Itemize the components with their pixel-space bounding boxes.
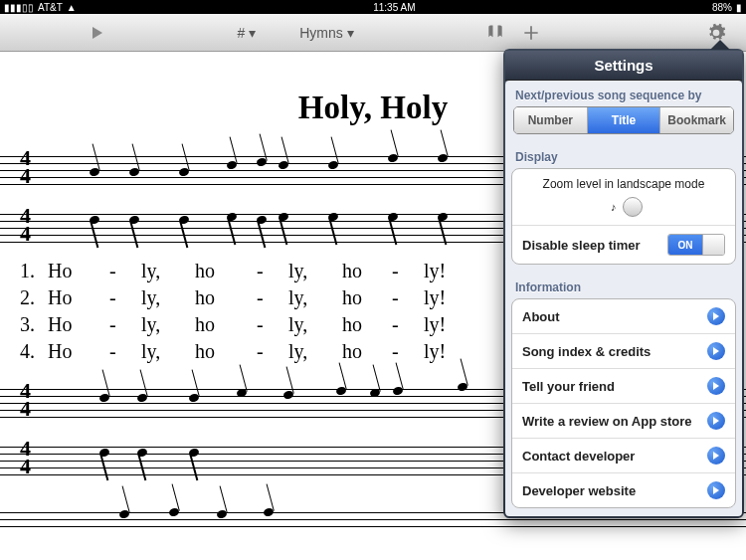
info-row-label: About (522, 309, 560, 324)
syllable: - (109, 340, 141, 363)
toolbar: # ▾ Hymns ▾ (0, 14, 746, 52)
info-row-label: Write a review on App store (522, 414, 692, 429)
syllable: ho (195, 286, 257, 309)
slider-thumb[interactable] (623, 197, 643, 217)
syllable: - (257, 313, 288, 336)
syllable: ho (195, 313, 257, 336)
syllable: - (392, 340, 424, 363)
segment-option-title[interactable]: Title (588, 107, 661, 133)
chevron-right-icon (707, 342, 725, 360)
verse-number: 1. (20, 260, 48, 282)
info-row[interactable]: Contact developer (512, 439, 735, 473)
syllable: ly, (288, 260, 342, 282)
syllable: ly, (288, 340, 342, 363)
syllable: ho (342, 340, 392, 363)
number-selector[interactable]: # ▾ (227, 21, 266, 45)
syllable: ly! (424, 260, 477, 282)
chevron-right-icon (707, 412, 725, 430)
syllable: Ho (48, 313, 109, 336)
sleep-label: Disable sleep timer (522, 238, 641, 253)
syllable: ly, (288, 313, 342, 336)
syllable: ly! (424, 286, 477, 309)
sequence-segmented-control: NumberTitleBookmark (513, 106, 734, 134)
chevron-right-icon (707, 307, 725, 325)
chevron-right-icon (707, 377, 725, 395)
syllable: - (257, 340, 288, 363)
syllable: ly, (141, 313, 195, 336)
clock-label: 11:35 AM (373, 2, 415, 13)
time-signature: 44 (20, 207, 31, 243)
category-selector[interactable]: Hymns ▾ (289, 21, 363, 45)
info-row-label: Developer website (522, 483, 636, 498)
svg-marker-0 (93, 27, 102, 39)
syllable: ly, (141, 340, 195, 363)
info-row-label: Contact developer (522, 449, 635, 464)
info-row[interactable]: About (512, 299, 735, 334)
info-row-label: Tell your friend (522, 379, 615, 394)
syllable: ly, (141, 260, 195, 282)
zoom-label: Zoom level in landscape mode (543, 177, 705, 191)
time-signature: 44 (20, 440, 31, 475)
toggle-on-label: ON (668, 235, 702, 255)
wifi-icon: ▲ (67, 2, 77, 13)
verse-number: 3. (20, 313, 48, 336)
segment-option-bookmark[interactable]: Bookmark (660, 107, 733, 133)
info-row[interactable]: Tell your friend (512, 369, 735, 404)
popover-title: Settings (505, 51, 742, 81)
play-button[interactable] (82, 21, 113, 45)
syllable: - (257, 286, 288, 309)
segment-option-number[interactable]: Number (514, 107, 588, 133)
status-bar: ▮▮▮▯▯ AT&T ▲ 11:35 AM 88% ▮ (0, 0, 746, 14)
time-signature: 44 (20, 149, 31, 185)
syllable: ho (342, 286, 392, 309)
syllable: ly! (424, 340, 477, 363)
time-signature: 44 (20, 382, 31, 418)
chevron-right-icon (707, 481, 725, 499)
syllable: ho (342, 260, 392, 282)
bookmark-button[interactable] (477, 19, 513, 47)
syllable: Ho (48, 286, 109, 309)
syllable: Ho (48, 340, 109, 363)
add-button[interactable] (513, 19, 549, 47)
syllable: Ho (48, 260, 109, 282)
settings-popover: Settings Next/previous song sequence by … (503, 49, 744, 518)
syllable: - (392, 313, 424, 336)
syllable: ly, (141, 286, 195, 309)
syllable: ho (195, 340, 257, 363)
info-row-label: Song index & credits (522, 344, 651, 359)
chevron-right-icon (707, 447, 725, 465)
sleep-toggle[interactable]: ON (667, 234, 725, 256)
info-row[interactable]: Write a review on App store (512, 404, 735, 439)
syllable: - (392, 260, 424, 282)
syllable: - (109, 260, 141, 282)
verse-number: 4. (20, 340, 48, 363)
syllable: ly, (288, 286, 342, 309)
syllable: ho (342, 313, 392, 336)
syllable: - (392, 286, 424, 309)
syllable: - (257, 260, 288, 282)
syllable: - (109, 286, 141, 309)
display-section-label: Display (505, 142, 742, 168)
syllable: - (109, 313, 141, 336)
battery-label: 88% (712, 2, 732, 13)
syllable: ho (195, 260, 257, 282)
toggle-knob (702, 235, 724, 255)
zoom-row: Zoom level in landscape mode ♪ ♪ (512, 169, 735, 226)
battery-icon: ▮ (736, 2, 742, 13)
sequence-section-label: Next/previous song sequence by (505, 81, 742, 106)
music-note-small-icon: ♪ (611, 201, 617, 213)
signal-icon: ▮▮▮▯▯ (4, 2, 34, 13)
sleep-timer-row: Disable sleep timer ON (512, 226, 735, 264)
information-section-label: Information (505, 273, 742, 298)
carrier-label: AT&T (38, 2, 63, 13)
verse-number: 2. (20, 286, 48, 309)
syllable: ly! (424, 313, 477, 336)
info-row[interactable]: Developer website (512, 473, 735, 507)
info-row[interactable]: Song index & credits (512, 334, 735, 369)
